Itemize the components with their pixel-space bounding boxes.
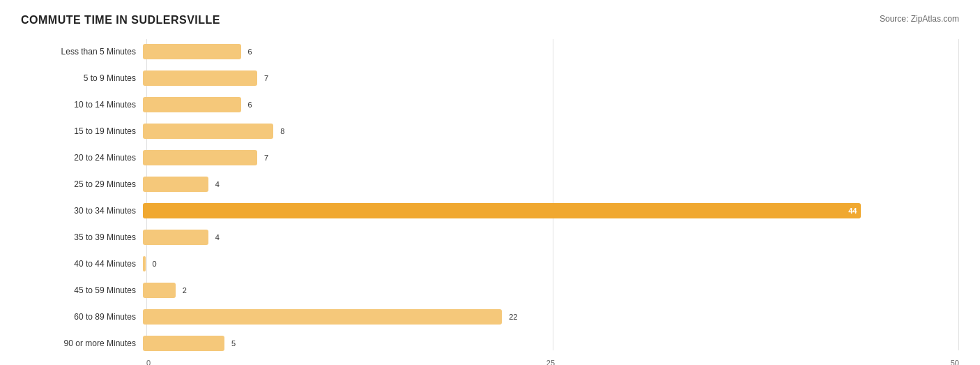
bar-fill — [143, 97, 241, 112]
bar-label: 30 to 34 Minutes — [21, 206, 143, 216]
bar-row: 60 to 89 Minutes22 — [21, 304, 959, 329]
bar-value: 4 — [215, 180, 220, 188]
bar-track: 22 — [143, 308, 959, 326]
bar-value: 6 — [248, 100, 252, 109]
bar-fill — [143, 336, 224, 351]
bar-fill — [143, 256, 146, 271]
bar-track: 7 — [143, 69, 959, 87]
x-axis: 0 25 50 — [21, 359, 959, 365]
bar-track: 4 — [143, 228, 959, 246]
bar-value: 7 — [264, 154, 268, 162]
bar-fill — [143, 124, 273, 139]
bar-fill: 44 — [143, 203, 861, 218]
bar-label: 40 to 44 Minutes — [21, 259, 143, 269]
bar-row: 15 to 19 Minutes8 — [21, 119, 959, 144]
bar-value: 44 — [848, 207, 857, 215]
bar-label: 15 to 19 Minutes — [21, 126, 143, 136]
bar-label: 35 to 39 Minutes — [21, 232, 143, 242]
bar-label: 45 to 59 Minutes — [21, 285, 143, 295]
bar-track: 2 — [143, 281, 959, 299]
bar-fill — [143, 230, 208, 245]
bar-fill — [143, 150, 257, 165]
x-label-25: 25 — [546, 359, 555, 365]
bar-row: 20 to 24 Minutes7 — [21, 145, 959, 170]
bar-fill — [143, 177, 208, 192]
chart-header: COMMUTE TIME IN SUDLERSVILLE Source: Zip… — [21, 14, 959, 27]
bar-row: 5 to 9 Minutes7 — [21, 66, 959, 91]
bar-value: 8 — [280, 127, 284, 135]
bar-track: 5 — [143, 334, 959, 352]
bar-row: 40 to 44 Minutes0 — [21, 251, 959, 276]
chart-title: COMMUTE TIME IN SUDLERSVILLE — [21, 14, 220, 27]
bar-track: 8 — [143, 122, 959, 140]
bar-value: 22 — [509, 313, 517, 321]
bar-label: 60 to 89 Minutes — [21, 312, 143, 322]
bar-value: 4 — [215, 233, 220, 241]
bar-track: 7 — [143, 149, 959, 167]
bar-row: 35 to 39 Minutes4 — [21, 225, 959, 250]
bar-row: Less than 5 Minutes6 — [21, 39, 959, 64]
source-label: Source: ZipAtlas.com — [880, 14, 959, 24]
bar-value: 6 — [248, 47, 252, 56]
bar-label: Less than 5 Minutes — [21, 47, 143, 57]
bar-row: 10 to 14 Minutes6 — [21, 92, 959, 117]
bar-label: 5 to 9 Minutes — [21, 73, 143, 83]
bar-track: 44 — [143, 202, 959, 220]
bar-row: 90 or more Minutes5 — [21, 331, 959, 356]
bar-track: 4 — [143, 175, 959, 193]
bar-fill — [143, 309, 502, 325]
bar-row: 25 to 29 Minutes4 — [21, 172, 959, 197]
bar-value: 0 — [153, 260, 157, 268]
bar-track: 6 — [143, 96, 959, 114]
x-label-0: 0 — [146, 359, 151, 365]
bar-value: 7 — [264, 74, 268, 82]
bars-container: Less than 5 Minutes65 to 9 Minutes710 to… — [21, 39, 959, 356]
bar-label: 25 to 29 Minutes — [21, 179, 143, 189]
bar-fill — [143, 44, 241, 59]
bar-label: 10 to 14 Minutes — [21, 100, 143, 110]
bar-row: 30 to 34 Minutes44 — [21, 198, 959, 223]
bar-label: 20 to 24 Minutes — [21, 153, 143, 163]
bar-fill — [143, 70, 257, 86]
chart-area: Less than 5 Minutes65 to 9 Minutes710 to… — [21, 39, 959, 365]
x-label-50: 50 — [951, 359, 959, 365]
bar-track: 6 — [143, 43, 959, 61]
bar-value: 2 — [183, 286, 187, 295]
bar-track: 0 — [143, 255, 959, 273]
x-axis-labels: 0 25 50 — [146, 359, 959, 365]
bar-value: 5 — [231, 339, 236, 348]
bar-row: 45 to 59 Minutes2 — [21, 278, 959, 303]
bar-label: 90 or more Minutes — [21, 338, 143, 348]
bar-fill — [143, 283, 176, 298]
